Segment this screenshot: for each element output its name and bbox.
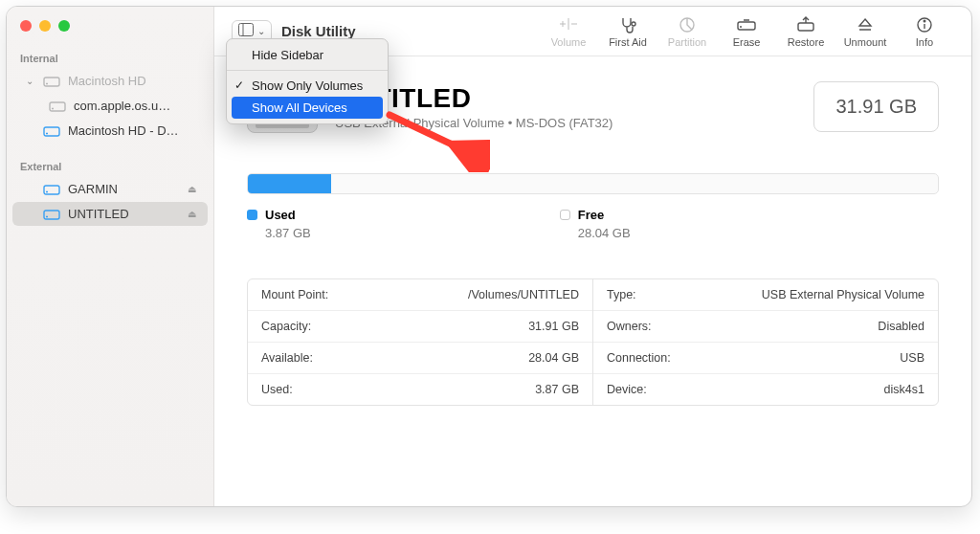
toolbar-label: Volume [551,36,587,48]
detail-value: 31.91 GB [528,320,579,333]
eject-icon [857,15,874,34]
eject-icon[interactable]: ⏏ [188,209,196,219]
toolbar-restore-button[interactable]: Restore [776,15,835,48]
toolbar-unmount-button[interactable]: Unmount [835,15,895,48]
svg-rect-15 [738,22,755,30]
pie-icon [679,15,696,34]
menu-item-label: Show Only Volumes [252,78,363,93]
view-options-menu: Hide Sidebar✓Show Only VolumesShow All D… [226,38,389,124]
detail-key: Used: [261,383,293,396]
toolbar-label: Info [916,36,933,48]
sidebar-item-label: com.apple.os.u… [74,99,170,113]
toolbar-label: First Aid [609,36,647,48]
detail-key: Connection: [607,351,671,365]
svg-point-21 [924,20,925,22]
sidebar-item[interactable]: com.apple.os.u… [12,94,208,118]
sidebar-item[interactable]: GARMIN⏏ [12,177,208,201]
detail-key: Available: [261,351,313,365]
info-icon [916,15,933,34]
detail-row: Type:USB External Physical Volume [593,279,938,311]
toolbar-erase-button[interactable]: Erase [717,15,776,48]
detail-row: Connection:USB [593,343,938,374]
disk-icon [49,100,66,113]
toolbar-volume-button: Volume [539,15,598,48]
sidebar-item-label: UNTITLED [68,207,129,221]
detail-value: /Volumes/UNTITLED [468,288,579,301]
zoom-window-button[interactable] [58,20,70,32]
detail-row: Used:3.87 GB [248,374,592,405]
detail-value: 3.87 GB [535,383,579,396]
chevron-down-icon: ⌄ [26,76,35,86]
detail-value: USB External Physical Volume [762,288,924,301]
menu-separator [227,70,388,71]
sidebar-item[interactable]: ⌄Macintosh HD [12,69,208,93]
toolbar-partition-button: Partition [657,15,717,48]
sidebar-item[interactable]: Macintosh HD - D… [12,119,208,143]
sidebar-item-label: GARMIN [68,182,118,196]
sidebar-toggle-icon [238,23,254,40]
detail-row: Mount Point:/Volumes/UNTITLED [248,279,592,311]
disk-icon [43,208,60,221]
detail-row: Device:disk4s1 [593,374,938,405]
menu-item-label: Hide Sidebar [252,48,323,62]
legend-free-value: 28.04 GB [560,226,631,240]
sidebar-item-label: Macintosh HD [68,74,146,88]
detail-value: disk4s1 [884,383,924,396]
svg-rect-17 [798,23,813,31]
usage-bar [247,173,939,194]
sidebar-group-label: External [7,157,213,176]
erase-icon [736,15,757,34]
svg-rect-4 [44,127,59,136]
legend-free-label: Free [578,208,604,222]
svg-point-13 [632,22,635,26]
sidebar-group-label: Internal [7,49,213,68]
usage-bar-used [248,174,331,193]
legend-used-value: 3.87 GB [247,226,311,240]
stethoscope-icon [618,15,637,34]
menu-item[interactable]: Hide Sidebar [227,44,388,66]
menu-item[interactable]: Show All Devices [232,97,383,119]
toolbar-info-button[interactable]: Info [895,15,954,48]
disk-icon [43,124,60,138]
app-title: Disk Utility [281,23,356,39]
detail-key: Capacity: [261,320,311,333]
detail-value: Disabled [878,320,924,333]
window-controls [7,16,213,49]
restore-icon [796,15,815,34]
detail-key: Mount Point: [261,288,328,301]
svg-rect-6 [44,186,59,194]
disk-icon [43,183,60,196]
swatch-used [247,210,257,220]
detail-key: Type: [607,288,636,301]
svg-rect-10 [239,23,254,35]
svg-rect-2 [50,102,65,111]
chevron-down-icon: ⌄ [254,26,265,36]
close-window-button[interactable] [20,20,32,32]
details-table: Mount Point:/Volumes/UNTITLEDCapacity:31… [247,278,939,406]
toolbar-label: Unmount [844,36,887,48]
menu-item[interactable]: ✓Show Only Volumes [227,75,388,97]
legend-used-label: Used [265,208,296,222]
detail-key: Owners: [607,320,652,333]
legend-used: Used 3.87 GB [247,208,311,240]
sidebar-item-label: Macintosh HD - D… [68,123,179,138]
toolbar-first-aid-button[interactable]: First Aid [598,15,657,48]
detail-row: Owners:Disabled [593,311,938,343]
toolbar-label: Restore [788,36,825,48]
detail-row: Available:28.04 GB [248,343,592,374]
svg-rect-0 [44,78,59,86]
eject-icon[interactable]: ⏏ [188,184,196,194]
volume-size: 31.91 GB [813,81,939,132]
menu-item-label: Show All Devices [252,100,347,115]
toolbar-label: Partition [668,36,706,48]
app-window: Internal⌄Macintosh HDcom.apple.os.u…Maci… [6,6,972,507]
detail-key: Device: [607,383,647,396]
sidebar-item[interactable]: UNTITLED⏏ [12,202,208,226]
minimize-window-button[interactable] [39,20,51,32]
detail-value: USB [900,351,924,365]
detail-value: 28.04 GB [528,351,579,365]
sidebar: Internal⌄Macintosh HDcom.apple.os.u…Maci… [7,7,214,506]
detail-row: Capacity:31.91 GB [248,311,592,343]
disk-icon [43,75,60,88]
swatch-free [560,210,570,220]
